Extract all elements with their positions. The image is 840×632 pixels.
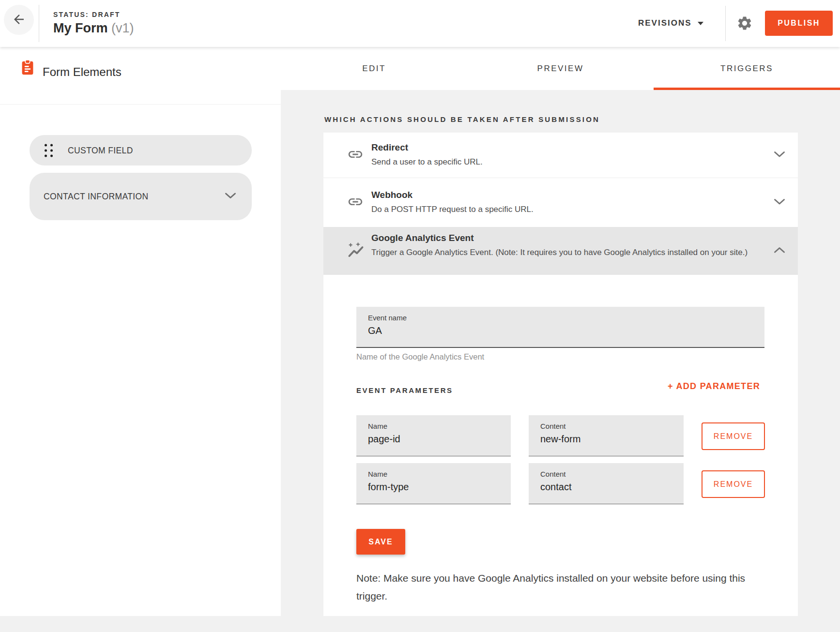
parameter-content-field[interactable]: Content (529, 463, 684, 504)
trigger-description: Do a POST HTTP request to a specific URL… (371, 203, 534, 216)
trigger-row-text: Redirect Send a user to a specific URL. (371, 142, 483, 168)
parameter-content-label: Content (540, 470, 566, 478)
trigger-row-webhook[interactable]: Webhook Do a POST HTTP request to a spec… (323, 178, 798, 227)
trigger-row-text: Webhook Do a POST HTTP request to a spec… (371, 190, 534, 216)
tab-preview[interactable]: PREVIEW (467, 47, 654, 90)
event-name-helper: Name of the Google Analytics Event (356, 352, 484, 361)
parameter-content-label: Content (540, 422, 566, 430)
trigger-description: Send a user to a specific URL. (371, 155, 483, 168)
settings-button[interactable] (735, 14, 754, 33)
parameter-row: Name Content REMOVE (323, 415, 798, 456)
gear-icon (736, 26, 753, 33)
triggers-card: Redirect Send a user to a specific URL. … (323, 133, 798, 616)
trigger-row-text: Google Analytics Event Trigger a Google … (371, 233, 748, 259)
trigger-row-redirect[interactable]: Redirect Send a user to a specific URL. (323, 133, 798, 178)
parameter-name-input[interactable] (368, 482, 506, 493)
form-name: My Form (53, 21, 108, 35)
parameter-name-field[interactable]: Name (356, 463, 511, 504)
trigger-row-google-analytics[interactable]: Google Analytics Event Trigger a Google … (323, 227, 798, 275)
event-parameters-heading: EVENT PARAMETERS (356, 386, 453, 394)
save-button[interactable]: SAVE (356, 529, 405, 555)
revisions-label: REVISIONS (638, 18, 692, 28)
form-title-block: STATUS: DRAFT My Form (v1) (53, 11, 134, 36)
sidebar-divider (0, 104, 281, 105)
parameter-row: Name Content REMOVE (323, 463, 798, 504)
sidebar-header: Form Elements (0, 47, 281, 104)
link-icon (347, 146, 364, 165)
parameter-name-input[interactable] (368, 434, 506, 445)
back-button[interactable] (4, 5, 34, 35)
sidebar-item-contact-information[interactable]: CONTACT INFORMATION (30, 173, 252, 220)
chevron-up-icon[interactable] (774, 247, 785, 256)
triggers-panel: WHICH ACTIONS SHOULD BE TAKEN AFTER SUBM… (281, 90, 840, 616)
event-name-field[interactable]: Event name (356, 307, 764, 348)
chevron-down-icon[interactable] (774, 198, 785, 207)
header-divider-2 (725, 6, 726, 41)
add-parameter-button[interactable]: + ADD PARAMETER (668, 381, 760, 391)
chevron-down-icon[interactable] (774, 151, 785, 160)
remove-parameter-button[interactable]: REMOVE (702, 422, 765, 450)
sidebar-item-custom-field[interactable]: CUSTOM FIELD (30, 135, 252, 166)
revisions-button[interactable]: REVISIONS (638, 13, 703, 34)
parameter-name-label: Name (368, 470, 387, 478)
trigger-title: Webhook (371, 190, 534, 200)
trigger-description: Trigger a Google Analytics Event. (Note:… (371, 246, 748, 259)
publish-button[interactable]: PUBLISH (765, 11, 833, 36)
app-header: STATUS: DRAFT My Form (v1) REVISIONS PUB… (0, 0, 840, 47)
parameter-content-input[interactable] (540, 434, 679, 445)
event-name-label: Event name (368, 314, 407, 322)
parameter-content-input[interactable] (540, 482, 679, 493)
parameter-name-label: Name (368, 422, 387, 430)
parameter-content-field[interactable]: Content (529, 415, 684, 456)
status-badge: STATUS: DRAFT (53, 11, 134, 18)
tab-edit[interactable]: EDIT (281, 47, 467, 90)
trigger-title: Redirect (371, 142, 483, 153)
triggers-heading: WHICH ACTIONS SHOULD BE TAKEN AFTER SUBM… (324, 115, 600, 123)
analytics-icon (347, 241, 365, 261)
page-title: My Form (v1) (53, 21, 134, 36)
header-divider (39, 5, 39, 42)
active-tab-indicator (654, 88, 840, 90)
arrow-left-icon (12, 12, 26, 28)
drag-handle-icon (45, 144, 53, 157)
tab-bar: EDIT PREVIEW TRIGGERS (281, 47, 840, 90)
tab-triggers[interactable]: TRIGGERS (654, 47, 840, 90)
parameter-name-field[interactable]: Name (356, 415, 511, 456)
remove-parameter-button[interactable]: REMOVE (702, 470, 765, 498)
form-elements-sidebar: Form Elements CUSTOM FIELD CONTACT INFOR… (0, 47, 281, 616)
sidebar-title: Form Elements (43, 65, 122, 79)
event-name-input[interactable] (368, 325, 760, 336)
sidebar-item-label: CONTACT INFORMATION (44, 192, 149, 202)
chevron-down-icon (225, 193, 236, 201)
ga-note: Note: Make sure you have Google Analytic… (356, 569, 765, 605)
form-version: (v1) (111, 21, 134, 35)
caret-down-icon (698, 22, 703, 25)
clipboard-icon (21, 60, 34, 77)
sidebar-item-label: CUSTOM FIELD (68, 145, 133, 155)
trigger-title: Google Analytics Event (371, 233, 748, 243)
link-icon (347, 194, 364, 212)
